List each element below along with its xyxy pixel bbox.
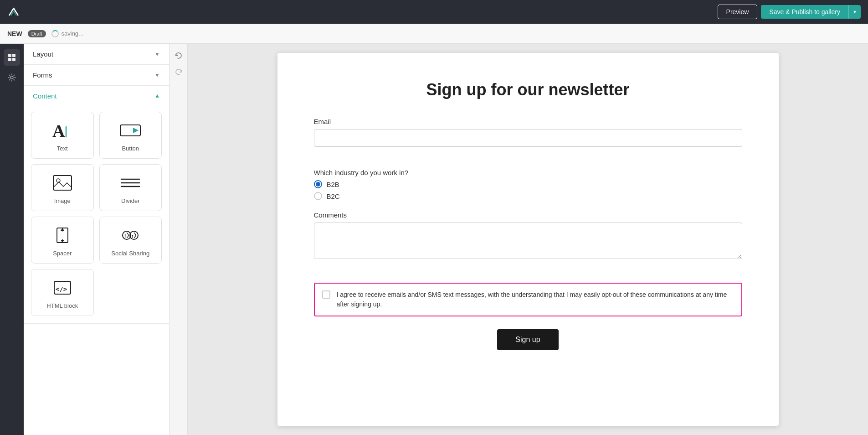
divider-icon [118,173,142,193]
content-item-button[interactable]: Button [99,112,162,159]
comments-label: Comments [314,211,742,219]
redo-button[interactable] [171,65,186,79]
publish-dropdown-button[interactable]: ▾ [848,5,861,19]
svg-text:</>: </> [56,285,67,293]
svg-rect-1 [12,54,15,57]
content-item-divider-label: Divider [121,197,139,204]
consent-box: I agree to receive emails and/or SMS tex… [314,283,742,316]
sidebar-content-label: Content [33,92,57,100]
canvas-page: Sign up for our newsletter Email Which i… [277,53,779,426]
content-item-social-sharing-label: Social Sharing [111,250,149,257]
email-input[interactable] [314,129,742,147]
saving-spinner [51,30,59,37]
svg-text:f: f [124,233,126,238]
sidebar-section-forms: Forms ▼ [24,65,169,86]
content-item-button-label: Button [122,145,139,152]
html-block-icon: </> [51,278,74,298]
icon-rail [0,44,24,435]
sidebar-section-layout: Layout ▼ [24,44,169,65]
content-item-social-sharing[interactable]: f t Social Sharing [99,217,162,264]
rail-settings-icon[interactable] [4,69,20,86]
main-layout: Layout ▼ Forms ▼ Content ▼ A [0,44,868,435]
radio-b2b-label: B2B [327,181,339,188]
sidebar: Layout ▼ Forms ▼ Content ▼ A [24,44,169,435]
radio-b2b-indicator [314,180,322,188]
sidebar-content-chevron: ▼ [154,93,160,99]
svg-text:t: t [132,234,133,238]
comments-field-group: Comments [314,211,742,272]
publish-button[interactable]: Save & Publish to gallery [761,5,848,19]
draft-badge: Draft [28,30,46,37]
industry-label: Which industry do you work in? [314,169,742,176]
content-item-image-label: Image [54,197,71,204]
sidebar-forms-label: Forms [33,71,52,79]
rail-layout-icon[interactable] [4,49,20,66]
saving-label: saving... [62,30,83,37]
newsletter-title: Sign up for our newsletter [314,80,742,99]
svg-rect-3 [12,58,15,61]
signup-button[interactable]: Sign up [497,329,558,350]
sidebar-layout-header[interactable]: Layout ▼ [24,44,169,64]
preview-button[interactable]: Preview [718,5,758,19]
sidebar-forms-chevron: ▼ [154,72,160,78]
publish-group: Save & Publish to gallery ▾ [761,5,861,19]
content-grid: A Text Button [24,106,169,323]
content-item-text-label: Text [57,145,68,152]
radio-b2c-indicator [314,192,322,200]
email-field-group: Email [314,118,742,158]
top-bar-right: Preview Save & Publish to gallery ▾ [718,5,861,19]
content-item-image[interactable]: Image [31,164,94,211]
consent-checkbox[interactable] [322,290,330,299]
industry-field-group: Which industry do you work in? B2B B2C [314,169,742,200]
content-item-text[interactable]: A Text [31,112,94,159]
svg-rect-9 [53,176,72,190]
radio-b2c[interactable]: B2C [314,192,742,200]
image-icon [51,173,74,193]
consent-text: I agree to receive emails and/or SMS tex… [337,290,734,309]
content-item-html-block-label: HTML block [46,302,78,309]
industry-radio-group: B2B B2C [314,180,742,200]
sidebar-layout-label: Layout [33,50,53,58]
undo-button[interactable] [171,48,186,63]
new-label: NEW [7,30,22,37]
content-item-html-block[interactable]: </> HTML block [31,269,94,316]
svg-rect-0 [8,54,11,57]
top-bar-left [7,5,20,18]
svg-rect-2 [8,58,11,61]
saving-text: saving... [51,30,83,37]
svg-point-10 [56,179,60,182]
content-item-spacer-label: Spacer [53,250,72,257]
sidebar-forms-header[interactable]: Forms ▼ [24,65,169,85]
svg-text:A: A [52,121,65,140]
social-sharing-icon: f t [118,225,142,245]
comments-textarea[interactable] [314,223,742,259]
spacer-icon [51,225,74,245]
sidebar-section-content: Content ▼ A Text [24,86,169,324]
undo-redo-bar [169,44,188,435]
svg-point-4 [10,76,13,79]
sidebar-layout-chevron: ▼ [154,51,160,57]
email-label: Email [314,118,742,125]
second-bar: NEW Draft saving... [0,24,868,44]
sidebar-content-header[interactable]: Content ▼ [24,86,169,106]
svg-marker-8 [133,128,139,133]
button-icon [118,120,142,140]
radio-b2b[interactable]: B2B [314,180,742,188]
top-bar: Preview Save & Publish to gallery ▾ [0,0,868,24]
content-item-divider[interactable]: Divider [99,164,162,211]
radio-b2c-label: B2C [327,192,340,200]
content-item-spacer[interactable]: Spacer [31,217,94,264]
text-icon: A [51,120,74,140]
canvas-area: Sign up for our newsletter Email Which i… [188,44,868,435]
logo-icon [7,5,20,18]
